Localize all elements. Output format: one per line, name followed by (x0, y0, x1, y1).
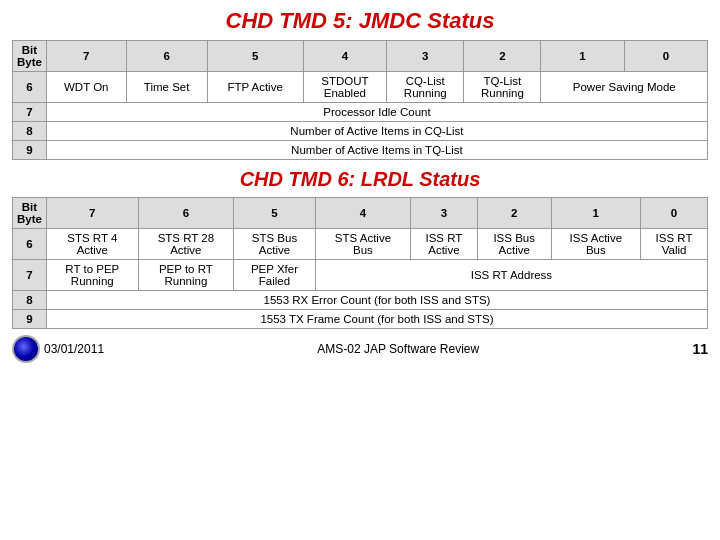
cell: FTP Active (207, 72, 303, 103)
cell: PEP XferFailed (234, 260, 316, 291)
table-row: 7 Processor Idle Count (13, 103, 708, 122)
col-7: 7 (46, 41, 126, 72)
col-1: 1 (541, 41, 624, 72)
col-5: 5 (234, 198, 316, 229)
col-bitbyte: BitByte (13, 41, 47, 72)
table-lrdl: BitByte 7 6 5 4 3 2 1 0 6 STS RT 4Active… (12, 197, 708, 329)
col-0: 0 (641, 198, 708, 229)
page-title-2: CHD TMD 6: LRDL Status (12, 168, 708, 191)
cell: Power Saving Mode (541, 72, 708, 103)
col-bitbyte: BitByte (13, 198, 47, 229)
cell: STS RT 4Active (46, 229, 138, 260)
cell: WDT On (46, 72, 126, 103)
table-row: 6 STS RT 4Active STS RT 28Active STS Bus… (13, 229, 708, 260)
col-6: 6 (126, 41, 207, 72)
table-row: 8 1553 RX Error Count (for both ISS and … (13, 291, 708, 310)
table-jmdc: BitByte 7 6 5 4 3 2 1 0 6 WDT On Time Se… (12, 40, 708, 160)
footer-page: 11 (692, 341, 708, 357)
cell: Time Set (126, 72, 207, 103)
footer-left: 03/01/2011 (12, 335, 104, 363)
table-row: 7 RT to PEPRunning PEP to RTRunning PEP … (13, 260, 708, 291)
col-2: 2 (464, 41, 541, 72)
col-2: 2 (477, 198, 551, 229)
cell: STDOUTEnabled (303, 72, 387, 103)
cell: ISS RT Address (315, 260, 707, 291)
row-num: 7 (13, 103, 47, 122)
col-3: 3 (410, 198, 477, 229)
cell: ISS RTActive (410, 229, 477, 260)
row-num: 6 (13, 72, 47, 103)
row-num: 8 (13, 291, 47, 310)
col-4: 4 (315, 198, 410, 229)
cell: RT to PEPRunning (46, 260, 138, 291)
table2-header: BitByte 7 6 5 4 3 2 1 0 (13, 198, 708, 229)
footer-date: 03/01/2011 (44, 342, 104, 356)
footer-center: AMS-02 JAP Software Review (317, 342, 479, 356)
cell: Processor Idle Count (46, 103, 707, 122)
table1-header: BitByte 7 6 5 4 3 2 1 0 (13, 41, 708, 72)
cell: ISS ActiveBus (551, 229, 641, 260)
col-7: 7 (46, 198, 138, 229)
col-3: 3 (387, 41, 464, 72)
row-num: 9 (13, 141, 47, 160)
row-num: 8 (13, 122, 47, 141)
cell: ISS RTValid (641, 229, 708, 260)
col-5: 5 (207, 41, 303, 72)
cell: CQ-ListRunning (387, 72, 464, 103)
footer: 03/01/2011 AMS-02 JAP Software Review 11 (12, 335, 708, 363)
row-num: 6 (13, 229, 47, 260)
table-row: 8 Number of Active Items in CQ-List (13, 122, 708, 141)
cell: PEP to RTRunning (138, 260, 233, 291)
row-num: 7 (13, 260, 47, 291)
table-row: 9 Number of Active Items in TQ-List (13, 141, 708, 160)
col-6: 6 (138, 198, 233, 229)
logo-icon (12, 335, 40, 363)
cell: Number of Active Items in CQ-List (46, 122, 707, 141)
col-0: 0 (624, 41, 707, 72)
table-row: 6 WDT On Time Set FTP Active STDOUTEnabl… (13, 72, 708, 103)
cell: ISS BusActive (477, 229, 551, 260)
cell: TQ-ListRunning (464, 72, 541, 103)
cell: STS BusActive (234, 229, 316, 260)
cell: STS RT 28Active (138, 229, 233, 260)
cell: 1553 TX Frame Count (for both ISS and ST… (46, 310, 707, 329)
cell: STS ActiveBus (315, 229, 410, 260)
col-1: 1 (551, 198, 641, 229)
page-title-1: CHD TMD 5: JMDC Status (12, 8, 708, 34)
table-row: 9 1553 TX Frame Count (for both ISS and … (13, 310, 708, 329)
row-num: 9 (13, 310, 47, 329)
col-4: 4 (303, 41, 387, 72)
cell: Number of Active Items in TQ-List (46, 141, 707, 160)
cell: 1553 RX Error Count (for both ISS and ST… (46, 291, 707, 310)
